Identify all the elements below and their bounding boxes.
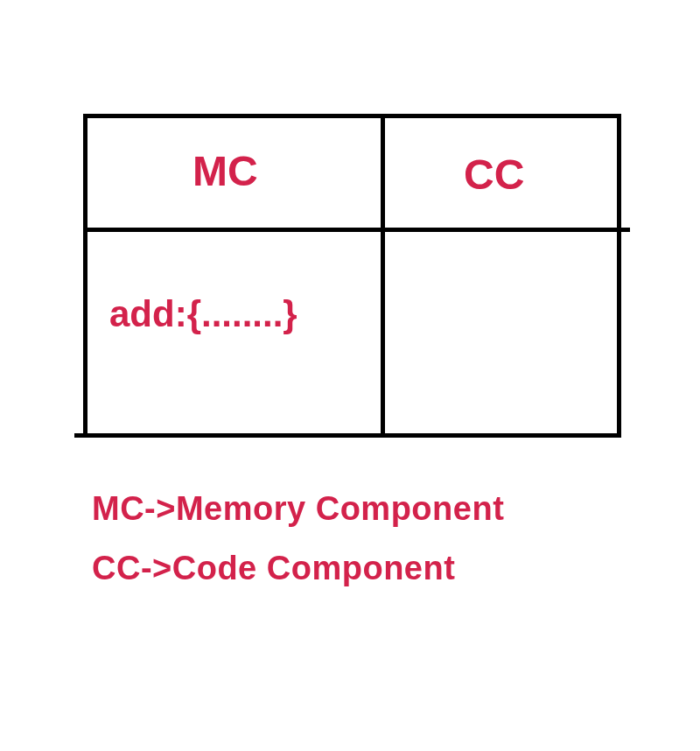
legend-cc: CC->Code Component	[92, 550, 621, 587]
header-cc: CC	[464, 151, 524, 199]
table-mid-border	[83, 228, 630, 232]
table-mid-vertical	[381, 114, 385, 438]
legend-mc: MC->Memory Component	[92, 490, 621, 528]
diagram-container: MC CC add:{........} MC->Memory Componen…	[83, 114, 621, 609]
header-mc: MC	[192, 147, 258, 195]
table-right-border	[617, 114, 621, 438]
legend: MC->Memory Component CC->Code Component	[92, 490, 621, 587]
table-top-border	[83, 114, 621, 118]
table-left-border	[83, 114, 88, 438]
cell-add-function: add:{........}	[109, 293, 298, 335]
table-bottom-border	[74, 433, 621, 438]
component-table: MC CC add:{........}	[83, 114, 621, 438]
